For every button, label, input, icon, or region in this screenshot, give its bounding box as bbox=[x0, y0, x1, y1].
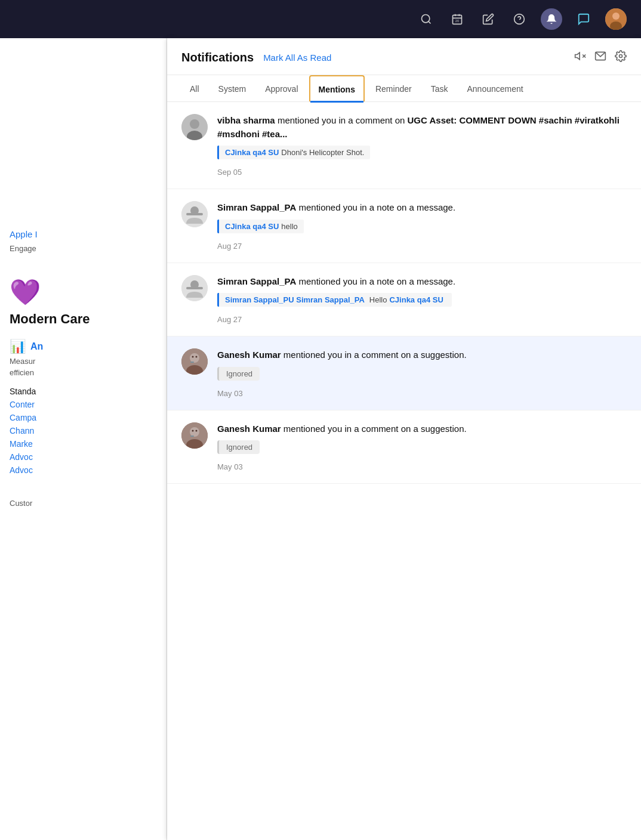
svg-rect-22 bbox=[186, 213, 203, 215]
notifications-panel: Notifications Mark All As Read All Syst bbox=[167, 38, 641, 840]
svg-rect-31 bbox=[190, 362, 194, 363]
sidebar-market-link[interactable]: Marke bbox=[10, 439, 157, 449]
notif-content-ganesh1: Ganesh Kumar mentioned you in a comment … bbox=[217, 348, 627, 398]
svg-point-33 bbox=[190, 427, 199, 437]
svg-point-35 bbox=[192, 430, 194, 431]
notif-date-ganesh2: May 03 bbox=[217, 462, 627, 471]
svg-point-16 bbox=[620, 55, 622, 58]
svg-marker-12 bbox=[575, 52, 580, 60]
tab-approval[interactable]: Approval bbox=[257, 76, 306, 101]
calendar-icon[interactable]: 20 bbox=[448, 10, 467, 29]
panel-actions bbox=[574, 50, 627, 65]
tab-system[interactable]: System bbox=[210, 76, 255, 101]
notif-text-ganesh1: Ganesh Kumar mentioned you in a comment … bbox=[217, 348, 627, 362]
notif-text-simran2: Simran Sappal_PA mentioned you in a note… bbox=[217, 275, 627, 289]
tag-author-vibha: CJinka qa4 SU bbox=[225, 148, 279, 157]
notif-content-simran1: Simran Sappal_PA mentioned you in a note… bbox=[217, 201, 627, 251]
efficient-text: efficien bbox=[10, 368, 157, 377]
tab-reminder[interactable]: Reminder bbox=[367, 76, 420, 101]
notification-item: Simran Sappal_PA mentioned you in a note… bbox=[167, 263, 641, 337]
notif-content-simran2: Simran Sappal_PA mentioned you in a note… bbox=[217, 275, 627, 325]
settings-icon[interactable] bbox=[615, 50, 627, 65]
notification-item: Ganesh Kumar mentioned you in a comment … bbox=[167, 336, 641, 410]
bar-chart-icon: 📊 bbox=[10, 339, 26, 354]
notif-avatar-ganesh1 bbox=[181, 348, 208, 375]
tab-task[interactable]: Task bbox=[423, 76, 457, 101]
tag-author-simran2b: CJinka qa4 SU bbox=[389, 295, 443, 304]
heart-icon: 💜 bbox=[10, 277, 41, 307]
tag-text-simran1: hello bbox=[281, 222, 297, 231]
svg-line-1 bbox=[429, 21, 431, 24]
tag-author-simran2a: Simran Sappal_PU Simran Sappal_PA bbox=[225, 295, 365, 304]
notif-ignored-tag-ganesh1: Ignored bbox=[217, 367, 260, 381]
notification-item: Ganesh Kumar mentioned you in a comment … bbox=[167, 410, 641, 484]
notif-tag-simran1: CJinka qa4 SU hello bbox=[217, 220, 304, 233]
mute-icon[interactable] bbox=[574, 50, 586, 65]
sidebar-channel-link[interactable]: Chann bbox=[10, 426, 157, 436]
tab-all[interactable]: All bbox=[181, 76, 208, 101]
top-navigation: 20 bbox=[0, 0, 641, 38]
svg-point-29 bbox=[192, 356, 194, 358]
sidebar-apple-link[interactable]: Apple I bbox=[10, 229, 157, 239]
notif-text-simran1: Simran Sappal_PA mentioned you in a note… bbox=[217, 201, 627, 215]
measure-text: Measur bbox=[10, 357, 157, 366]
sidebar-background: Apple I Engage 💜 Modern Care 📊 An Measur… bbox=[0, 38, 167, 840]
svg-point-27 bbox=[190, 353, 199, 363]
tab-mentions[interactable]: Mentions bbox=[309, 75, 365, 101]
tag-author-simran1: CJinka qa4 SU bbox=[225, 222, 279, 231]
search-icon[interactable] bbox=[417, 10, 436, 29]
help-icon[interactable] bbox=[510, 10, 529, 29]
tabs-bar: All System Approval Mentions Reminder Ta… bbox=[167, 75, 641, 102]
modern-care-label: Modern Care bbox=[10, 311, 90, 327]
svg-rect-25 bbox=[186, 287, 203, 289]
notif-avatar-ganesh2 bbox=[181, 422, 208, 449]
notif-avatar-simran2 bbox=[181, 275, 208, 301]
notif-avatar-simran1 bbox=[181, 201, 208, 227]
notif-content-ganesh2: Ganesh Kumar mentioned you in a comment … bbox=[217, 422, 627, 472]
notif-avatar-vibha bbox=[181, 114, 208, 140]
notif-date-simran1: Aug 27 bbox=[217, 242, 627, 251]
notif-text-ganesh2: Ganesh Kumar mentioned you in a comment … bbox=[217, 422, 627, 436]
sidebar-standa: Standa bbox=[10, 387, 157, 396]
sidebar-advoca1-link[interactable]: Advoc bbox=[10, 452, 157, 462]
notification-item: vibha sharma mentioned you in a comment … bbox=[167, 102, 641, 189]
edit-icon[interactable] bbox=[479, 10, 498, 29]
sidebar-engage-text: Engage bbox=[10, 244, 36, 253]
notif-date-vibha: Sep 05 bbox=[217, 168, 627, 177]
chat-icon[interactable] bbox=[574, 10, 593, 29]
notif-text-vibha: vibha sharma mentioned you in a comment … bbox=[217, 114, 627, 141]
notif-date-ganesh1: May 03 bbox=[217, 389, 627, 398]
svg-point-10 bbox=[612, 13, 620, 20]
tag-text-vibha: Dhoni's Helicopter Shot. bbox=[281, 148, 364, 157]
svg-point-0 bbox=[422, 15, 430, 23]
customer-text: Custor bbox=[10, 499, 157, 508]
bell-icon[interactable] bbox=[541, 8, 562, 30]
panel-title: Notifications bbox=[181, 51, 254, 64]
panel-header: Notifications Mark All As Read bbox=[167, 38, 641, 75]
notif-tag-simran2: Simran Sappal_PU Simran Sappal_PA Hello … bbox=[217, 293, 452, 307]
notification-item: Simran Sappal_PA mentioned you in a note… bbox=[167, 189, 641, 263]
sidebar-advoca2-link[interactable]: Advoc bbox=[10, 465, 157, 475]
notif-tag-vibha: CJinka qa4 SU Dhoni's Helicopter Shot. bbox=[217, 146, 370, 159]
sidebar-campaign-link[interactable]: Campa bbox=[10, 413, 157, 422]
notif-content-vibha: vibha sharma mentioned you in a comment … bbox=[217, 114, 627, 177]
svg-point-36 bbox=[196, 430, 198, 431]
svg-point-30 bbox=[196, 356, 198, 358]
svg-text:20: 20 bbox=[455, 19, 460, 23]
tag-hello-text: Hello bbox=[369, 295, 387, 304]
email-icon[interactable] bbox=[594, 50, 606, 65]
sidebar-content-link[interactable]: Conter bbox=[10, 400, 157, 409]
svg-rect-37 bbox=[190, 436, 194, 437]
mark-all-read-button[interactable]: Mark All As Read bbox=[263, 52, 574, 63]
notif-date-simran2: Aug 27 bbox=[217, 315, 627, 324]
analytics-label: An bbox=[30, 341, 43, 352]
svg-point-18 bbox=[190, 119, 199, 129]
tab-announcement[interactable]: Announcement bbox=[458, 76, 531, 101]
user-avatar[interactable] bbox=[605, 8, 627, 30]
notif-ignored-tag-ganesh2: Ignored bbox=[217, 440, 260, 454]
